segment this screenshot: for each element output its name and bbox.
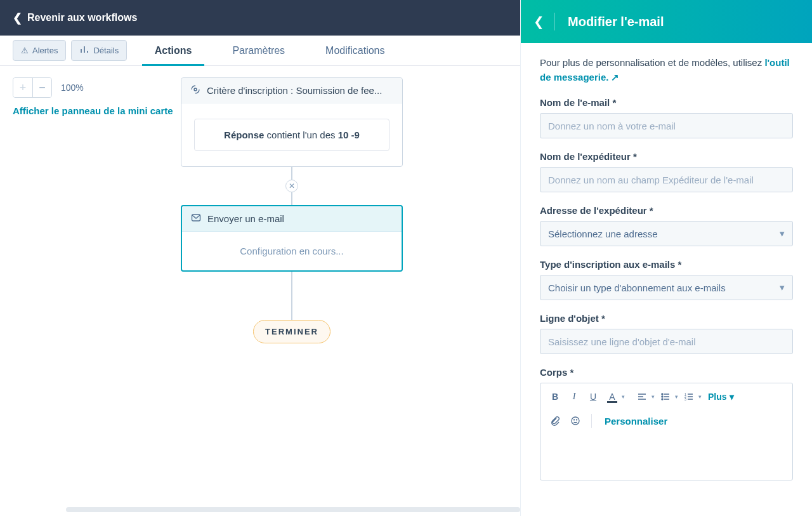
topbar: ❮ Revenir aux workflows xyxy=(0,0,520,36)
tab-modifications[interactable]: Modifications xyxy=(320,36,390,65)
trigger-header-text: Critère d'inscription : Soumission de fe… xyxy=(207,85,382,96)
tab-settings[interactable]: Paramètres xyxy=(227,36,290,65)
svg-point-10 xyxy=(577,420,577,420)
sender-address-label: Adresse de l'expéditeur * xyxy=(540,205,793,216)
chart-icon xyxy=(79,44,89,56)
email-node-header: Envoyer un e-mail xyxy=(182,206,402,232)
chevron-down-icon: ▾ xyxy=(780,282,785,293)
satellite-icon xyxy=(190,84,200,96)
alerts-button[interactable]: ⚠ Alertes xyxy=(13,40,66,61)
svg-point-0 xyxy=(194,88,197,91)
separator xyxy=(591,414,592,428)
body-label: Corps * xyxy=(540,367,793,378)
external-link-icon: ↗ xyxy=(611,72,619,83)
align-button[interactable] xyxy=(634,388,650,405)
end-node[interactable]: TERMINER xyxy=(253,320,331,343)
trigger-node-header: Critère d'inscription : Soumission de fe… xyxy=(181,78,402,103)
chevron-down-icon: ▾ xyxy=(780,228,785,239)
underline-button[interactable]: U xyxy=(585,388,601,405)
rte-toolbar: B I U A▾ ▾ ▾ 123 ▾ P xyxy=(540,383,792,410)
attachment-button[interactable] xyxy=(547,413,563,429)
italic-button[interactable]: I xyxy=(566,388,582,405)
show-minimap-link[interactable]: Afficher le panneau de la mini carte xyxy=(13,105,173,116)
more-formatting-button[interactable]: Plus ▾ xyxy=(704,392,738,402)
panel-header: ❮ Modifier l'e-mail xyxy=(521,0,812,43)
tabs: Actions Paramètres Modifications xyxy=(150,36,390,65)
email-node-status: Configuration en cours... xyxy=(182,232,402,270)
panel-title: Modifier l'e-mail xyxy=(568,15,664,29)
bulleted-list-button[interactable] xyxy=(657,388,674,405)
zoom-controls: + − xyxy=(13,77,52,98)
main-workflow-area: ❮ Revenir aux workflows ⚠ Alertes Détail… xyxy=(0,0,520,516)
workflow-canvas[interactable]: + − 100% Afficher le panneau de la mini … xyxy=(0,66,520,516)
svg-point-8 xyxy=(572,417,579,425)
svg-point-3 xyxy=(662,396,663,397)
panel-back-button[interactable]: ❮ xyxy=(534,13,555,30)
svg-text:3: 3 xyxy=(684,397,686,401)
sender-address-select[interactable]: Sélectionnez une adresse ▾ xyxy=(540,221,793,246)
alert-icon: ⚠ xyxy=(21,46,29,55)
chevron-left-icon: ❮ xyxy=(13,11,22,25)
zoom-out-button[interactable]: − xyxy=(32,78,51,97)
filter-operator: contient l'un des xyxy=(264,129,337,140)
connector-line xyxy=(291,167,292,180)
details-label: Détails xyxy=(93,46,119,55)
tab-actions[interactable]: Actions xyxy=(150,36,197,65)
personalize-button[interactable]: Personnaliser xyxy=(605,416,667,427)
sender-address-placeholder: Sélectionnez une adresse xyxy=(548,228,658,239)
svg-point-9 xyxy=(574,420,575,420)
sender-name-input[interactable] xyxy=(540,167,793,192)
chevron-down-icon[interactable]: ▾ xyxy=(652,394,655,400)
filter-value: 10 -9 xyxy=(338,129,360,140)
filter-property: Réponse xyxy=(224,129,264,140)
zoom-level: 100% xyxy=(61,83,84,93)
emoji-button[interactable] xyxy=(567,413,584,429)
trigger-filter[interactable]: Réponse contient l'un des 10 -9 xyxy=(194,119,390,151)
subscription-type-placeholder: Choisir un type d'abonnement aux e-mails xyxy=(548,282,726,293)
edit-email-panel: ❮ Modifier l'e-mail Pour plus de personn… xyxy=(520,0,812,516)
connector-line xyxy=(291,307,292,320)
rte-toolbar-row2: Personnaliser xyxy=(540,410,792,435)
svg-point-2 xyxy=(662,394,663,395)
envelope-icon xyxy=(191,213,201,225)
chevron-down-icon: ▾ xyxy=(730,392,734,402)
svg-point-4 xyxy=(662,399,663,400)
remove-connection-button[interactable]: ✕ xyxy=(285,180,298,192)
intro-text: Pour plus de personnalisation et de modè… xyxy=(540,57,764,68)
details-button[interactable]: Détails xyxy=(71,40,127,61)
trigger-node[interactable]: Critère d'inscription : Soumission de fe… xyxy=(181,77,403,167)
panel-intro: Pour plus de personnalisation et de modè… xyxy=(540,56,793,84)
text-color-button[interactable]: A xyxy=(604,388,620,405)
email-name-label: Nom de l'e-mail * xyxy=(540,97,793,108)
tabbar: ⚠ Alertes Détails Actions Paramètres Mod… xyxy=(0,36,520,66)
email-name-input[interactable] xyxy=(540,113,793,138)
connector-line xyxy=(291,192,292,205)
chevron-down-icon[interactable]: ▾ xyxy=(675,394,678,400)
back-to-workflows-button[interactable]: ❮ Revenir aux workflows xyxy=(13,11,137,25)
bold-button[interactable]: B xyxy=(547,388,563,405)
subscription-type-label: Type d'inscription aux e-mails * xyxy=(540,259,793,270)
rte-editor: B I U A▾ ▾ ▾ 123 ▾ P xyxy=(540,383,793,480)
numbered-list-button[interactable]: 123 xyxy=(681,388,697,405)
chevron-down-icon[interactable]: ▾ xyxy=(698,394,702,400)
chevron-down-icon[interactable]: ▾ xyxy=(622,394,625,400)
subject-label: Ligne d'objet * xyxy=(540,313,793,324)
zoom-in-button[interactable]: + xyxy=(13,78,32,97)
subscription-type-select[interactable]: Choisir un type d'abonnement aux e-mails… xyxy=(540,275,793,300)
sender-name-label: Nom de l'expéditeur * xyxy=(540,151,793,162)
horizontal-scrollbar[interactable] xyxy=(66,507,520,512)
connector-line xyxy=(291,272,292,307)
send-email-node[interactable]: Envoyer un e-mail Configuration en cours… xyxy=(181,205,403,272)
rte-textarea[interactable] xyxy=(540,435,792,480)
subject-input[interactable] xyxy=(540,329,793,354)
alerts-label: Alertes xyxy=(32,46,58,55)
email-header-text: Envoyer un e-mail xyxy=(207,213,284,224)
back-label: Revenir aux workflows xyxy=(27,12,137,23)
